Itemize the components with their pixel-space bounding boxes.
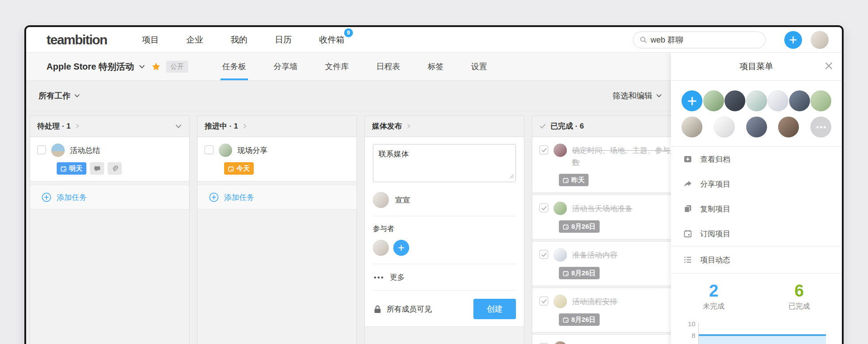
task-card[interactable]: 现场分享 今天 [198,137,356,181]
task-checkbox[interactable] [539,297,548,305]
menu-item-archive[interactable]: 查看归档 [671,147,842,172]
ellipsis-icon [373,276,384,279]
task-card[interactable]: 活动当天场地准备 8月26日 [532,195,691,239]
chevron-right-icon[interactable] [242,123,248,129]
column-doing-header: 推进中 · 1 [198,116,356,137]
column-count: · 1 [227,122,238,131]
tab-files[interactable]: 文件库 [311,53,363,80]
panel-menu: 查看归档 分享项目 复制项目 订阅项目 [671,147,842,246]
task-checkbox[interactable] [205,145,213,154]
column-todo-header: 待处理 · 1 [30,116,189,137]
task-card[interactable]: 准备活动内容 8月26日 [532,241,691,286]
task-card[interactable]: 活动总结 明天 [30,137,189,181]
project-title[interactable]: Apple Store 特别活动 [46,61,134,73]
task-title: 确定时间、场地、主题、参与人数 [572,144,684,168]
nav-item-mine[interactable]: 我的 [217,34,261,46]
global-add-button[interactable] [784,31,802,49]
task-checkbox[interactable] [539,145,548,154]
filter-dropdown[interactable]: 筛选和编辑 [612,90,662,101]
collapse-column-icon[interactable] [175,123,182,130]
nav-item-calendar[interactable]: 日历 [261,34,306,46]
column-media: 媒体发布 联系媒体 宣宣 参与者 [364,115,524,344]
member-avatar[interactable] [714,117,735,137]
task-card[interactable]: 活动发布和宣传 [532,334,691,344]
nav-item-inbox[interactable]: 收件箱 9 [306,34,358,46]
user-avatar[interactable] [811,31,829,49]
participant-avatar[interactable] [373,240,389,256]
search-input[interactable] [651,35,752,44]
lock-icon[interactable] [373,305,382,314]
task-checkbox[interactable] [539,250,548,259]
visibility-setting-label[interactable]: 所有成员可见 [387,304,432,314]
close-icon[interactable] [825,62,833,70]
member-avatar[interactable] [703,90,724,111]
inbox-unread-badge: 9 [344,28,353,37]
y-axis-tick: 8 [692,332,695,339]
member-avatar[interactable] [746,90,767,111]
tab-settings[interactable]: 设置 [457,53,501,80]
due-date-badge: 8月26日 [559,313,600,326]
chevron-down-icon[interactable] [139,63,145,70]
menu-item-activity[interactable]: 项目动态 [671,246,842,273]
task-title-input[interactable]: 联系媒体 [373,144,516,182]
menu-item-label: 分享项目 [700,179,730,189]
member-avatar[interactable] [810,90,831,111]
star-icon[interactable] [151,62,161,71]
member-avatar[interactable] [725,90,745,111]
tab-tags[interactable]: 标签 [414,53,457,80]
tab-sharewall[interactable]: 分享墙 [260,53,311,80]
add-task-button[interactable]: 添加任务 [30,185,189,210]
top-nav: teambition 项目 企业 我的 日历 收件箱 9 [26,27,842,53]
panel-header: 项目菜单 [671,53,842,81]
nav-menu: 项目 企业 我的 日历 收件箱 9 [128,34,358,46]
plus-circle-icon [209,192,219,202]
member-avatar[interactable] [778,117,799,137]
due-date-badge: 8月26日 [559,267,600,279]
plus-circle-icon [42,192,51,202]
stat-label: 未完成 [671,302,756,311]
calendar-icon [683,229,692,238]
chevron-down-icon [74,93,80,99]
member-avatar[interactable] [767,90,788,111]
menu-item-share[interactable]: 分享项目 [671,172,842,196]
chevron-right-icon[interactable] [74,123,80,129]
add-member-button[interactable] [682,90,702,111]
stat-value: 6 [756,281,842,300]
calendar-icon [61,166,66,172]
chevron-right-icon[interactable] [406,123,411,129]
filter-label: 筛选和编辑 [612,90,652,101]
member-avatar[interactable] [746,117,767,137]
tab-schedule[interactable]: 日程表 [363,53,414,80]
global-search [633,31,766,48]
task-title: 活动流程安排 [572,295,617,308]
comment-icon [90,162,104,175]
add-task-label: 添加任务 [224,192,254,203]
nav-item-projects[interactable]: 项目 [128,34,173,46]
stat-value: 2 [671,281,756,300]
more-members-button[interactable] [810,117,831,137]
member-avatar[interactable] [682,117,702,137]
assignee-avatar [51,144,65,157]
check-icon [541,205,547,211]
tab-taskboard[interactable]: 任务板 [209,53,260,80]
task-card[interactable]: 活动流程安排 8月26日 [532,288,691,332]
add-participant-button[interactable] [393,240,409,256]
menu-item-copy[interactable]: 复制项目 [671,196,842,221]
add-task-button[interactable]: 添加任务 [198,185,356,210]
create-task-button[interactable]: 创建 [473,299,516,319]
task-card[interactable]: 确定时间、场地、主题、参与人数 昨天 [532,137,691,193]
more-options-button[interactable]: 更多 [373,272,516,282]
nav-item-enterprise[interactable]: 企业 [173,34,217,46]
menu-item-subscribe[interactable]: 订阅项目 [671,221,842,246]
menu-item-label: 项目动态 [700,255,730,265]
member-avatar[interactable] [789,90,810,111]
stat-label: 已完成 [756,302,842,311]
scope-dropdown[interactable]: 所有工作 [39,90,80,101]
task-checkbox[interactable] [37,145,46,154]
menu-item-label: 查看归档 [700,154,730,164]
task-checkbox[interactable] [539,203,548,212]
executor-avatar[interactable] [373,192,389,208]
teambition-logo[interactable]: teambition [46,32,107,47]
task-title: 活动发布和宣传 [572,341,625,344]
copy-icon [683,204,692,213]
